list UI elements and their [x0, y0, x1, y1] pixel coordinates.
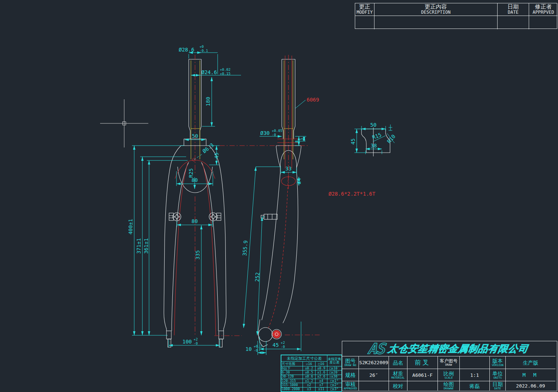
revision-table: 更正 MODFIY 更正内容 DESCRIPTION 日期 DATE 修正者 A… — [355, 3, 557, 29]
dim-10: 10 — [245, 346, 252, 352]
rev-col-description: 更正内容 DESCRIPTION — [374, 3, 498, 16]
tol-row-range: 120-315 — [281, 379, 303, 383]
field-date-value: 2022.06.09 — [506, 381, 555, 391]
dimension-lines — [132, 53, 394, 355]
tol-row-range: 6以下 — [281, 366, 303, 371]
dim-252: 252 — [254, 272, 260, 282]
svg-text:-0: -0 — [272, 133, 276, 137]
dim-boss-80: 80 — [192, 218, 198, 224]
dim-crown-50: 50 — [192, 133, 198, 139]
field-units-value: M M — [506, 369, 555, 381]
note-tube-spec: Ø28.6*2.2T*1.6T — [328, 191, 376, 197]
rev-col-date: 日期 DATE — [498, 3, 529, 16]
field-custno-value — [460, 356, 490, 369]
svg-text:+2: +2 — [281, 340, 285, 345]
rev-col-modify: 更正 MODFIY — [355, 3, 374, 16]
dim-400: 400±1 — [128, 219, 133, 235]
field-scale-label: 比例 SCALE — [438, 369, 460, 381]
dim-hole-6-3: Ø6.3 — [201, 142, 215, 154]
svg-text:-0: -0 — [194, 341, 198, 345]
svg-text:+0.15: +0.15 — [220, 72, 231, 76]
svg-text:+0.02: +0.02 — [220, 67, 231, 72]
side-view — [258, 55, 301, 347]
tol-row-range: 6-30 — [281, 371, 303, 375]
svg-text:-0: -0 — [254, 348, 258, 352]
field-pname-label: 品名 — [389, 356, 407, 369]
dim-r25: R25 — [188, 168, 194, 177]
dim-r15: R15 — [372, 132, 382, 140]
dimension-labels: Ø28.6 +0 -0.1 Ø24.6 +0.02 +0.15 180 50 4… — [128, 44, 396, 352]
cad-model-space[interactable]: Ø28.6 +0 -0.1 Ø24.6 +0.02 +0.15 180 50 4… — [0, 0, 558, 392]
dim-38: 38 — [371, 143, 377, 149]
field-approved-label: 审核 APPROVED — [342, 381, 359, 391]
svg-text:+2: +2 — [194, 337, 198, 341]
col-grade-2: □16 — [316, 362, 327, 366]
svg-text:+0: +0 — [199, 44, 204, 49]
field-draw-label: 绘图 DRAWNE — [438, 381, 460, 391]
field-units-label: 单位 UNITS — [490, 369, 506, 381]
dim-371: 371±1 — [136, 238, 142, 254]
dim-100: 100 — [182, 339, 192, 345]
rev-empty-cell — [355, 16, 374, 29]
drawing-svg: Ø28.6 +0 -0.1 Ø24.6 +0.02 +0.15 180 50 4… — [0, 0, 558, 392]
axle-highlight — [273, 330, 281, 338]
crosshair-cursor — [100, 99, 148, 147]
field-drawno-value: S2K2622009 — [359, 356, 389, 369]
rev-empty-cell — [374, 16, 498, 29]
field-check-value — [407, 381, 438, 391]
dim-dia30: Ø30 — [260, 130, 270, 136]
dim-5: 5 — [300, 138, 304, 140]
svg-text:-0.1: -0.1 — [199, 49, 208, 53]
tolerance-table-title: 未指定加工尺寸公差 — [281, 355, 327, 362]
dim-r10: R10 — [386, 133, 397, 144]
field-check-label: 校对 — [389, 381, 407, 391]
tol-row-range: 1000-2000 — [281, 387, 303, 391]
front-steerer-tube — [189, 55, 201, 336]
note-alloy-6069: 6069 — [307, 97, 319, 103]
field-drawno-label: 图号 DRAW NO — [342, 356, 359, 369]
svg-text:+0.05: +0.05 — [272, 129, 283, 133]
field-version-value: 生产版 — [506, 356, 555, 369]
tol-row-range: 315-1000 — [281, 383, 303, 387]
dim-33: 33 — [285, 166, 292, 172]
dim-detail-50: 50 — [370, 122, 377, 128]
tolerance-table: 未指定加工尺寸公差 未指定角度公差 尺寸范围 ☑16 □16 6以下 ±0.2 … — [281, 355, 342, 392]
dim-arch-80: 80 — [192, 177, 198, 183]
field-date-label: 日期 DATE — [490, 381, 506, 391]
detail-view — [361, 127, 390, 156]
field-version-label: 版本 VERSION — [490, 356, 506, 369]
field-draw-value: 蒋磊 — [460, 381, 490, 391]
title-block: AS 太仓安笙精密金属制品有限公司 图号 DRAW NO S2K2622009 … — [342, 341, 557, 391]
field-pname-value: 前叉 — [407, 356, 438, 369]
front-view — [164, 55, 226, 347]
field-approved-value — [359, 381, 389, 391]
side-leg — [262, 172, 298, 328]
tol-row-range: 30-120 — [281, 375, 303, 379]
svg-text:+0.2: +0.2 — [254, 344, 262, 348]
rev-empty-cell — [529, 16, 558, 29]
field-scale-value: 1:1 — [460, 369, 490, 381]
col-size-range: 尺寸范围 — [281, 362, 303, 366]
field-material-value: A6061-F — [407, 369, 438, 381]
dim-dia28-6: Ø28.6 — [179, 47, 194, 53]
dim-361: 361±1 — [143, 238, 149, 254]
field-spec-value: 26″ — [359, 369, 389, 381]
dim-8: 8 — [294, 140, 298, 143]
dim-180: 180 — [205, 97, 211, 106]
centerlines — [214, 146, 320, 336]
dim-dia24-6: Ø24.6 — [201, 69, 217, 75]
rev-empty-cell — [498, 16, 529, 29]
field-spec-label: 规格 — [342, 369, 359, 381]
field-material-label: 材质 MATERIAL — [389, 369, 407, 381]
col-grade-1: ☑16 — [303, 362, 316, 366]
dim-355-9: 355.9 — [242, 240, 249, 256]
field-custno-label: 客户图号 DRAW — [438, 356, 460, 369]
svg-text:-0: -0 — [281, 345, 285, 349]
dim-24: 24 — [296, 178, 302, 185]
angle-tolerance-title: 未指定角度公差 — [327, 355, 342, 366]
dim-335: 335 — [195, 250, 201, 259]
dim-crown-45: 45 — [214, 153, 219, 159]
company-name: AS 太仓安笙精密金属制品有限公司 — [342, 341, 555, 356]
dim-45-drop: 45 — [273, 342, 279, 348]
rev-col-approved: 修正者 APPRPVED — [529, 3, 558, 16]
